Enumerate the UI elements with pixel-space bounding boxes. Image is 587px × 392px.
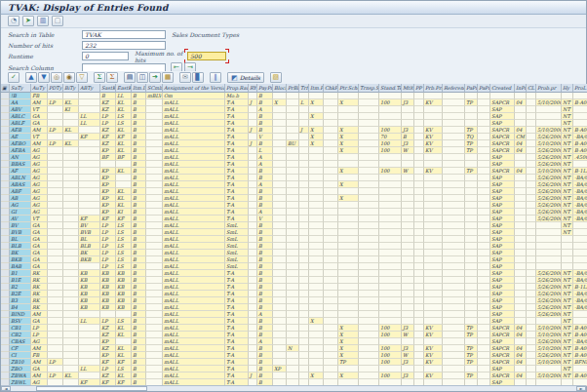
cell[interactable]: KB <box>116 277 132 284</box>
cell[interactable] <box>402 318 414 325</box>
cell[interactable]: T-A <box>225 168 249 175</box>
cell[interactable]: NT <box>562 216 573 222</box>
cell[interactable]: NT <box>562 134 573 140</box>
cell[interactable] <box>465 256 478 263</box>
cell[interactable] <box>146 154 163 161</box>
cell[interactable] <box>324 366 338 372</box>
cell[interactable] <box>379 216 402 222</box>
column-header[interactable]: PrBl <box>287 84 299 93</box>
cell[interactable]: ZBWA <box>10 372 31 379</box>
cell[interactable] <box>273 202 287 209</box>
row-select[interactable] <box>1 99 10 106</box>
cell[interactable] <box>515 366 527 372</box>
cell[interactable]: LP <box>100 366 116 372</box>
cell[interactable]: A <box>257 106 273 113</box>
more-icon[interactable]: ▨ <box>270 72 282 83</box>
cell[interactable]: AG <box>31 181 48 188</box>
cell[interactable]: B <box>132 161 146 168</box>
cell[interactable]: B <box>132 93 146 99</box>
cell[interactable] <box>309 161 324 168</box>
cell[interactable]: T-A <box>225 366 249 372</box>
cell[interactable]: 5/10/2000 <box>536 127 562 134</box>
cell[interactable] <box>515 311 527 318</box>
cell[interactable]: KL <box>116 127 132 134</box>
cell[interactable] <box>48 304 63 311</box>
cell[interactable]: A <box>257 161 273 168</box>
cell[interactable] <box>527 352 536 359</box>
cell[interactable] <box>573 318 587 325</box>
cell[interactable]: J3 <box>402 359 414 366</box>
cell[interactable]: AG <box>31 168 48 175</box>
cell[interactable] <box>424 236 443 243</box>
cell[interactable] <box>63 161 79 168</box>
cell[interactable] <box>249 216 257 222</box>
cell[interactable] <box>63 366 79 372</box>
cell[interactable] <box>359 325 379 332</box>
cell[interactable]: B <box>132 181 146 188</box>
cell[interactable]: BVB <box>79 229 100 236</box>
cell[interactable]: AEBA <box>10 147 31 154</box>
cell[interactable]: B-A00 <box>573 352 587 359</box>
cell[interactable]: B-A00 <box>573 147 587 154</box>
cell[interactable]: T-A <box>225 372 249 379</box>
cell[interactable]: KL <box>116 195 132 202</box>
cell[interactable] <box>299 366 309 372</box>
column-header[interactable]: Hy <box>562 84 573 93</box>
cell[interactable] <box>402 270 414 277</box>
cell[interactable] <box>287 338 299 345</box>
cell[interactable] <box>515 209 527 216</box>
cell[interactable]: AM <box>31 345 48 352</box>
cell[interactable] <box>63 120 79 127</box>
cell[interactable] <box>146 345 163 352</box>
cell[interactable] <box>273 297 287 304</box>
row-select[interactable] <box>1 236 10 243</box>
cell[interactable] <box>287 325 299 332</box>
cell[interactable]: BF <box>116 154 132 161</box>
cell[interactable] <box>287 277 299 284</box>
local-file-icon[interactable]: ▦ <box>162 72 174 83</box>
cell[interactable]: B <box>132 113 146 120</box>
cell[interactable]: B <box>132 216 146 222</box>
cell[interactable]: GA <box>31 236 48 243</box>
cell[interactable] <box>309 168 324 175</box>
cell[interactable] <box>527 222 536 229</box>
cell[interactable]: mALL <box>163 318 225 325</box>
cell[interactable] <box>424 256 443 263</box>
cell[interactable] <box>527 229 536 236</box>
cell[interactable] <box>443 229 465 236</box>
column-header[interactable]: MtlG <box>402 84 414 93</box>
cell[interactable]: mALL <box>163 345 225 352</box>
cell[interactable]: KZ <box>100 325 116 332</box>
cell[interactable]: B <box>132 291 146 297</box>
cell[interactable] <box>414 229 424 236</box>
cell[interactable]: mALL <box>163 209 225 216</box>
cell[interactable] <box>527 243 536 250</box>
cell[interactable]: 5/26/2000 <box>536 154 562 161</box>
cell[interactable] <box>146 256 163 263</box>
cell[interactable]: mALL <box>163 202 225 209</box>
cell[interactable]: 100 <box>379 325 402 332</box>
column-header[interactable]: Stand.Text 1 <box>379 84 402 93</box>
cell[interactable] <box>359 222 379 229</box>
cell[interactable] <box>338 284 359 291</box>
cell[interactable] <box>338 256 359 263</box>
cell[interactable] <box>379 106 402 113</box>
cell[interactable] <box>478 216 490 222</box>
cell[interactable] <box>309 325 324 332</box>
cell[interactable] <box>402 154 414 161</box>
cell[interactable] <box>273 325 287 332</box>
cell[interactable]: NT <box>562 147 573 154</box>
cell[interactable] <box>146 127 163 134</box>
cell[interactable]: B <box>132 277 146 284</box>
cell[interactable] <box>515 195 527 202</box>
cell[interactable]: mALL <box>163 154 225 161</box>
cell[interactable]: SAP <box>490 209 515 216</box>
cell[interactable] <box>424 175 443 181</box>
cell[interactable] <box>379 120 402 127</box>
cell[interactable]: KL <box>116 99 132 106</box>
cell[interactable] <box>414 181 424 188</box>
cell[interactable] <box>338 120 359 127</box>
cell[interactable]: TP <box>465 372 478 379</box>
cell[interactable]: 70 <box>379 134 402 140</box>
cell[interactable]: AG <box>10 202 31 209</box>
